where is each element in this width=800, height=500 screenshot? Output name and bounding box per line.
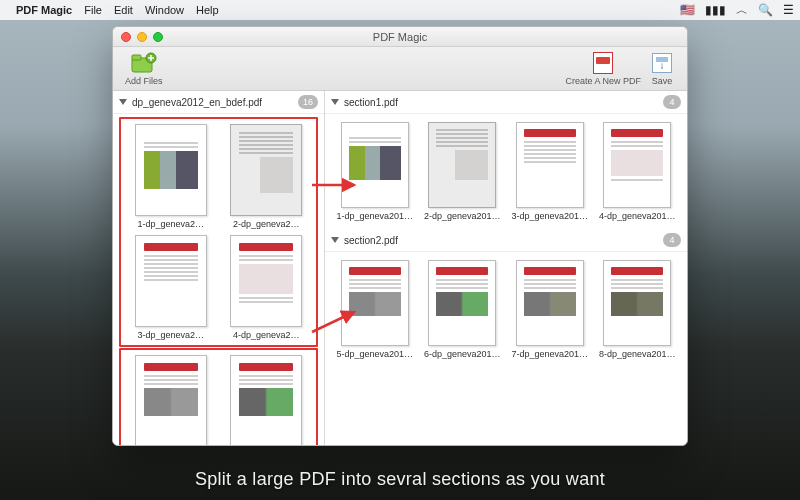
page-caption: 3-dp_geneva201… <box>511 211 588 221</box>
output-pane: section1.pdf 4 1-dp_geneva201… 2-dp_gene… <box>325 91 687 445</box>
menubar-app-name[interactable]: PDF Magic <box>16 4 72 16</box>
page-thumb[interactable]: 3-dp_geneva2… <box>126 235 216 340</box>
page-thumb[interactable]: 6-dp_geneva201… <box>423 260 503 359</box>
marketing-caption: Split a large PDF into sevral sections a… <box>0 469 800 490</box>
menubar-window[interactable]: Window <box>145 4 184 16</box>
create-pdf-button[interactable]: Create A New PDF <box>561 50 645 88</box>
selection-group-2: 5-dp_geneva2… 6-dp_geneva2… 7-dp_geneva2… <box>119 348 318 445</box>
menubar-edit[interactable]: Edit <box>114 4 133 16</box>
output-page-count-badge: 4 <box>663 95 681 109</box>
window-title: PDF Magic <box>113 31 687 43</box>
source-file-name: dp_geneva2012_en_bdef.pdf <box>132 97 293 108</box>
menu-list-icon[interactable]: ☰ <box>783 3 794 17</box>
svg-rect-1 <box>132 55 141 60</box>
add-files-icon <box>131 52 157 74</box>
spotlight-icon[interactable]: 🔍 <box>758 3 773 17</box>
page-thumb[interactable]: 1-dp_geneva2… <box>126 124 216 229</box>
content-area: dp_geneva2012_en_bdef.pdf 16 1-dp_geneva… <box>113 91 687 445</box>
source-page-count-badge: 16 <box>298 95 318 109</box>
menubar-file[interactable]: File <box>84 4 102 16</box>
source-section-header[interactable]: dp_geneva2012_en_bdef.pdf 16 <box>113 91 324 114</box>
page-caption: 3-dp_geneva2… <box>137 330 204 340</box>
page-thumb[interactable]: 5-dp_geneva201… <box>335 260 415 359</box>
save-label: Save <box>652 76 673 86</box>
create-pdf-label: Create A New PDF <box>565 76 641 86</box>
toolbar: Add Files Create A New PDF Save <box>113 47 687 91</box>
save-icon <box>649 52 675 74</box>
page-thumb[interactable]: 6-dp_geneva2… <box>222 355 312 445</box>
selection-group-1: 1-dp_geneva2… 2-dp_geneva2… 3-dp_geneva2… <box>119 117 318 347</box>
page-thumb[interactable]: 1-dp_geneva201… <box>335 122 415 221</box>
window-zoom-button[interactable] <box>153 32 163 42</box>
add-files-button[interactable]: Add Files <box>121 50 167 88</box>
page-caption: 6-dp_geneva201… <box>424 349 501 359</box>
flag-icon[interactable]: 🇺🇸 <box>680 3 695 17</box>
window-close-button[interactable] <box>121 32 131 42</box>
page-thumb[interactable]: 8-dp_geneva201… <box>598 260 678 359</box>
page-thumb[interactable]: 2-dp_geneva2… <box>222 124 312 229</box>
page-thumb[interactable]: 2-dp_geneva201… <box>423 122 503 221</box>
page-caption: 7-dp_geneva201… <box>511 349 588 359</box>
page-caption: 4-dp_geneva2… <box>233 330 300 340</box>
page-caption: 8-dp_geneva201… <box>599 349 676 359</box>
output-section-header[interactable]: section2.pdf 4 <box>325 229 687 252</box>
window-titlebar[interactable]: PDF Magic <box>113 27 687 47</box>
page-thumb[interactable]: 7-dp_geneva201… <box>510 260 590 359</box>
window-minimize-button[interactable] <box>137 32 147 42</box>
page-caption: 2-dp_geneva201… <box>424 211 501 221</box>
battery-icon[interactable]: ▮▮▮ <box>705 3 726 17</box>
output-section-header[interactable]: section1.pdf 4 <box>325 91 687 114</box>
output-page-count-badge: 4 <box>663 233 681 247</box>
menubar-help[interactable]: Help <box>196 4 219 16</box>
disclosure-triangle-icon[interactable] <box>331 99 339 105</box>
page-caption: 1-dp_geneva2… <box>137 219 204 229</box>
page-caption: 4-dp_geneva201… <box>599 211 676 221</box>
page-caption: 1-dp_geneva201… <box>336 211 413 221</box>
create-pdf-icon <box>590 52 616 74</box>
page-thumb[interactable]: 3-dp_geneva201… <box>510 122 590 221</box>
save-button[interactable]: Save <box>645 50 679 88</box>
disclosure-triangle-icon[interactable] <box>119 99 127 105</box>
page-thumb[interactable]: 4-dp_geneva2… <box>222 235 312 340</box>
output-file-name: section2.pdf <box>344 235 658 246</box>
page-thumb[interactable]: 5-dp_geneva2… <box>126 355 216 445</box>
source-pane: dp_geneva2012_en_bdef.pdf 16 1-dp_geneva… <box>113 91 325 445</box>
add-files-label: Add Files <box>125 76 163 86</box>
output-file-name: section1.pdf <box>344 97 658 108</box>
disclosure-triangle-icon[interactable] <box>331 237 339 243</box>
page-thumb[interactable]: 4-dp_geneva201… <box>598 122 678 221</box>
page-caption: 2-dp_geneva2… <box>233 219 300 229</box>
page-caption: 5-dp_geneva201… <box>336 349 413 359</box>
wifi-icon[interactable]: ︿ <box>736 2 748 19</box>
app-window: PDF Magic Add Files Create A New PDF Sav… <box>112 26 688 446</box>
macos-menubar: PDF Magic File Edit Window Help 🇺🇸 ▮▮▮ ︿… <box>0 0 800 20</box>
